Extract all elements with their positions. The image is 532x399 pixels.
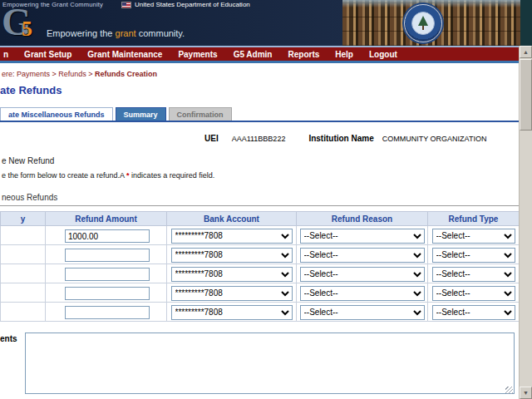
refunds-table: y Refund Amount Bank Account Refund Reas… [0, 211, 520, 322]
bank-account-select[interactable]: *********7808 [171, 248, 293, 263]
group-title-miscellaneous-refunds: neous Refunds [0, 193, 519, 206]
g5-logo: G 5 [2, 5, 48, 45]
tab-confirmation: Confirmation [169, 107, 232, 121]
tab-create-miscellaneous-refunds[interactable]: ate Miscellaneous Refunds [0, 107, 113, 121]
breadcrumb-current: Refunds Creation [95, 70, 157, 78]
table-row: *********7808 --Select-- --Select-- [1, 283, 520, 303]
us-flag-icon [121, 2, 131, 8]
row-label-cell [1, 303, 46, 322]
scroll-down-arrow-icon[interactable]: ▼ [520, 387, 532, 399]
refund-reason-select[interactable]: --Select-- [300, 248, 425, 263]
uei-label: UEI [204, 134, 219, 143]
section-title-new-refund: e New Refund [2, 156, 519, 165]
refund-reason-select[interactable]: --Select-- [300, 267, 425, 282]
nav-item-logout[interactable]: Logout [369, 50, 397, 59]
refund-amount-input[interactable] [65, 268, 150, 281]
banner-tagline: Empowering the grant community. [47, 28, 185, 38]
institution-name-label: Institution Name [308, 134, 373, 143]
page-content: ere: Payments > Refunds > Refunds Creati… [0, 70, 519, 397]
row-label-cell [1, 226, 46, 245]
instructions-post: indicates a required field. [130, 171, 215, 180]
tagline-post: community. [136, 28, 185, 38]
refund-type-select[interactable]: --Select-- [432, 229, 515, 244]
bank-account-select[interactable]: *********7808 [171, 267, 293, 282]
refund-type-select[interactable]: --Select-- [432, 248, 515, 263]
form-instructions: e the form below to create a refund.A * … [2, 171, 519, 180]
table-header-row: y Refund Amount Bank Account Refund Reas… [1, 212, 520, 226]
scrollbar-thumb[interactable] [520, 59, 532, 131]
refund-type-select[interactable]: --Select-- [432, 305, 515, 320]
institution-name-value: COMMUNITY ORGANIZATION [382, 135, 487, 143]
bank-account-select[interactable]: *********7808 [171, 305, 293, 320]
breadcrumb-path[interactable]: ere: Payments > Refunds > [2, 70, 95, 78]
banner: Empowering the Grant Community United St… [0, 0, 532, 46]
refund-amount-input[interactable] [65, 287, 150, 300]
refund-type-select[interactable]: --Select-- [432, 267, 515, 282]
bank-account-select[interactable]: *********7808 [171, 229, 293, 244]
doe-seal-trunk [422, 26, 424, 30]
scroll-up-arrow-icon[interactable]: ▲ [520, 46, 532, 58]
header-authority: y [1, 212, 46, 226]
refund-amount-input[interactable] [65, 229, 150, 243]
nav-item-main[interactable]: n [3, 50, 8, 59]
g5-logo-5: 5 [22, 17, 32, 42]
uei-value: AAA111BBB222 [232, 135, 286, 143]
vertical-scrollbar[interactable]: ▲ ▼ [519, 46, 532, 399]
nav-item-help[interactable]: Help [335, 50, 353, 59]
row-label-cell [1, 283, 46, 303]
tab-summary[interactable]: Summary [116, 107, 166, 121]
row-label-cell [1, 264, 46, 283]
browser-viewport: Empowering the Grant Community United St… [0, 0, 532, 399]
main-nav: n Grant Setup Grant Maintenance Payments… [0, 46, 532, 63]
table-row: *********7808 --Select-- --Select-- [1, 303, 520, 322]
comments-row: ents [0, 332, 519, 397]
table-row: *********7808 --Select-- --Select-- [1, 226, 520, 245]
institution-info-row: UEI AAA111BBB222 Institution Name COMMUN… [0, 134, 519, 143]
refund-amount-input[interactable] [65, 249, 150, 262]
nav-item-grant-maintenance[interactable]: Grant Maintenance [87, 50, 162, 59]
refund-reason-select[interactable]: --Select-- [300, 229, 425, 244]
banner-corner-decoration [520, 0, 532, 46]
refund-reason-select[interactable]: --Select-- [300, 286, 425, 301]
comments-textarea[interactable] [25, 332, 515, 394]
department-name: United States Department of Education [135, 1, 250, 8]
header-refund-amount: Refund Amount [46, 212, 167, 226]
table-row: *********7808 --Select-- --Select-- [1, 245, 520, 264]
comments-label: ents [0, 332, 25, 397]
refund-type-select[interactable]: --Select-- [432, 286, 515, 301]
nav-item-payments[interactable]: Payments [178, 50, 217, 59]
row-label-cell [1, 245, 46, 264]
nav-item-g5-admin[interactable]: G5 Admin [234, 50, 273, 59]
nav-item-reports[interactable]: Reports [288, 50, 319, 59]
comments-field-wrap [25, 332, 515, 397]
header-refund-type: Refund Type [428, 212, 520, 226]
header-refund-reason: Refund Reason [297, 212, 428, 226]
tab-bar: ate Miscellaneous Refunds Summary Confir… [0, 107, 519, 122]
header-bank-account: Bank Account [167, 212, 297, 226]
table-row: *********7808 --Select-- --Select-- [1, 264, 520, 283]
breadcrumb: ere: Payments > Refunds > Refunds Creati… [2, 70, 519, 78]
tagline-pre: Empowering the [47, 28, 116, 38]
doe-seal-tree [418, 16, 428, 26]
doe-seal-icon [404, 4, 442, 42]
bank-account-select[interactable]: *********7808 [171, 286, 293, 301]
refund-reason-select[interactable]: --Select-- [300, 305, 425, 320]
page-title: ate Refunds [0, 84, 519, 96]
instructions-pre: e the form below to create a refund.A [2, 171, 126, 180]
refund-amount-input[interactable] [65, 306, 150, 319]
nav-item-grant-setup[interactable]: Grant Setup [24, 50, 71, 59]
tagline-highlight: grant [116, 28, 136, 38]
